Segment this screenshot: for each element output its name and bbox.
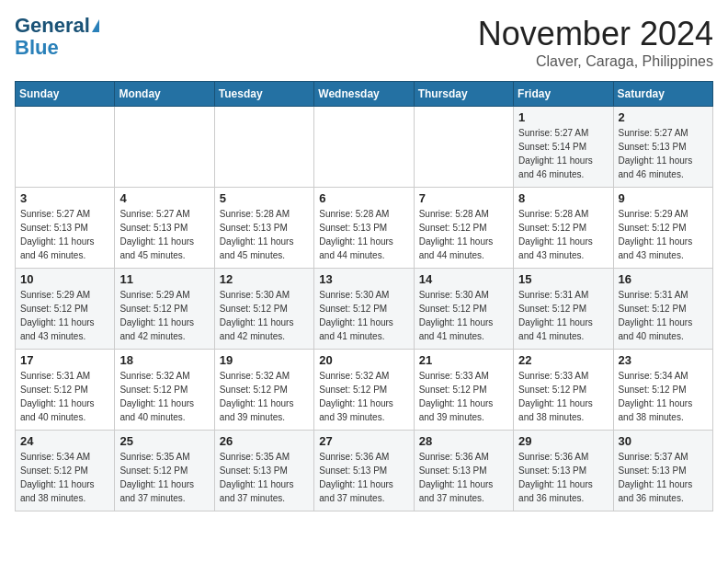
calendar-cell: 11Sunrise: 5:29 AM Sunset: 5:12 PM Dayli… [115, 269, 214, 350]
day-info: Sunrise: 5:28 AM Sunset: 5:12 PM Dayligh… [518, 207, 608, 262]
calendar-cell: 21Sunrise: 5:33 AM Sunset: 5:12 PM Dayli… [414, 350, 513, 431]
day-number: 23 [619, 353, 708, 367]
calendar-cell: 14Sunrise: 5:30 AM Sunset: 5:12 PM Dayli… [414, 269, 513, 350]
day-info: Sunrise: 5:27 AM Sunset: 5:14 PM Dayligh… [518, 126, 608, 181]
day-number: 16 [619, 272, 708, 286]
calendar-cell: 5Sunrise: 5:28 AM Sunset: 5:13 PM Daylig… [214, 188, 313, 269]
header-sunday: Sunday [16, 82, 115, 107]
calendar-cell: 19Sunrise: 5:32 AM Sunset: 5:12 PM Dayli… [214, 350, 313, 431]
calendar-cell: 9Sunrise: 5:29 AM Sunset: 5:12 PM Daylig… [613, 188, 712, 269]
calendar-cell: 18Sunrise: 5:32 AM Sunset: 5:12 PM Dayli… [115, 350, 214, 431]
day-info: Sunrise: 5:32 AM Sunset: 5:12 PM Dayligh… [220, 369, 309, 424]
day-number: 30 [619, 434, 708, 448]
day-number: 22 [518, 353, 608, 367]
day-info: Sunrise: 5:35 AM Sunset: 5:12 PM Dayligh… [119, 450, 209, 505]
calendar-week-row: 10Sunrise: 5:29 AM Sunset: 5:12 PM Dayli… [16, 269, 713, 350]
calendar-cell: 8Sunrise: 5:28 AM Sunset: 5:12 PM Daylig… [514, 188, 613, 269]
day-info: Sunrise: 5:30 AM Sunset: 5:12 PM Dayligh… [419, 288, 508, 343]
calendar-week-row: 3Sunrise: 5:27 AM Sunset: 5:13 PM Daylig… [16, 188, 713, 269]
calendar-week-row: 17Sunrise: 5:31 AM Sunset: 5:12 PM Dayli… [16, 350, 713, 431]
calendar-cell: 2Sunrise: 5:27 AM Sunset: 5:13 PM Daylig… [613, 107, 712, 188]
day-number: 26 [220, 434, 309, 448]
calendar-cell: 15Sunrise: 5:31 AM Sunset: 5:12 PM Dayli… [514, 269, 613, 350]
day-info: Sunrise: 5:28 AM Sunset: 5:13 PM Dayligh… [319, 207, 408, 262]
day-number: 10 [20, 272, 109, 286]
calendar-cell: 26Sunrise: 5:35 AM Sunset: 5:13 PM Dayli… [214, 431, 313, 511]
calendar-cell: 23Sunrise: 5:34 AM Sunset: 5:12 PM Dayli… [613, 350, 712, 431]
day-info: Sunrise: 5:27 AM Sunset: 5:13 PM Dayligh… [619, 126, 708, 181]
day-number: 24 [20, 434, 109, 448]
calendar-cell: 28Sunrise: 5:36 AM Sunset: 5:13 PM Dayli… [414, 431, 513, 511]
day-info: Sunrise: 5:28 AM Sunset: 5:12 PM Dayligh… [419, 207, 508, 262]
location: Claver, Caraga, Philippines [478, 53, 713, 70]
calendar-cell: 10Sunrise: 5:29 AM Sunset: 5:12 PM Dayli… [16, 269, 115, 350]
day-info: Sunrise: 5:37 AM Sunset: 5:13 PM Dayligh… [619, 450, 708, 505]
calendar-cell: 20Sunrise: 5:32 AM Sunset: 5:12 PM Dayli… [314, 350, 414, 431]
day-number: 8 [518, 191, 608, 205]
day-number: 17 [20, 353, 109, 367]
day-number: 13 [319, 272, 408, 286]
calendar-cell: 6Sunrise: 5:28 AM Sunset: 5:13 PM Daylig… [314, 188, 414, 269]
calendar-cell: 25Sunrise: 5:35 AM Sunset: 5:12 PM Dayli… [115, 431, 214, 511]
calendar-cell: 22Sunrise: 5:33 AM Sunset: 5:12 PM Dayli… [514, 350, 613, 431]
day-number: 15 [518, 272, 608, 286]
day-info: Sunrise: 5:29 AM Sunset: 5:12 PM Dayligh… [619, 207, 708, 262]
calendar-cell: 7Sunrise: 5:28 AM Sunset: 5:12 PM Daylig… [414, 188, 513, 269]
calendar-cell: 16Sunrise: 5:31 AM Sunset: 5:12 PM Dayli… [613, 269, 712, 350]
calendar-table: SundayMondayTuesdayWednesdayThursdayFrid… [15, 81, 713, 511]
logo-general: General [15, 15, 90, 37]
calendar-cell [314, 107, 414, 188]
day-number: 20 [319, 353, 408, 367]
day-info: Sunrise: 5:35 AM Sunset: 5:13 PM Dayligh… [220, 450, 309, 505]
day-number: 3 [20, 191, 109, 205]
day-info: Sunrise: 5:31 AM Sunset: 5:12 PM Dayligh… [20, 369, 109, 424]
header-tuesday: Tuesday [214, 82, 313, 107]
day-info: Sunrise: 5:30 AM Sunset: 5:12 PM Dayligh… [220, 288, 309, 343]
logo-triangle-icon [92, 19, 99, 32]
calendar-cell: 17Sunrise: 5:31 AM Sunset: 5:12 PM Dayli… [16, 350, 115, 431]
header-monday: Monday [115, 82, 214, 107]
header-thursday: Thursday [414, 82, 513, 107]
calendar-cell: 30Sunrise: 5:37 AM Sunset: 5:13 PM Dayli… [613, 431, 712, 511]
month-title: November 2024 [478, 15, 713, 53]
day-number: 6 [319, 191, 408, 205]
logo: General Blue [15, 15, 99, 59]
day-number: 14 [419, 272, 508, 286]
calendar-cell: 12Sunrise: 5:30 AM Sunset: 5:12 PM Dayli… [214, 269, 313, 350]
day-info: Sunrise: 5:27 AM Sunset: 5:13 PM Dayligh… [20, 207, 109, 262]
day-info: Sunrise: 5:28 AM Sunset: 5:13 PM Dayligh… [220, 207, 309, 262]
calendar-cell: 1Sunrise: 5:27 AM Sunset: 5:14 PM Daylig… [514, 107, 613, 188]
day-number: 11 [119, 272, 209, 286]
day-number: 7 [419, 191, 508, 205]
day-number: 29 [518, 434, 608, 448]
header-saturday: Saturday [613, 82, 712, 107]
calendar-week-row: 1Sunrise: 5:27 AM Sunset: 5:14 PM Daylig… [16, 107, 713, 188]
page-header: General Blue November 2024 Claver, Carag… [15, 15, 713, 70]
day-number: 12 [220, 272, 309, 286]
day-info: Sunrise: 5:32 AM Sunset: 5:12 PM Dayligh… [319, 369, 408, 424]
calendar-cell: 24Sunrise: 5:34 AM Sunset: 5:12 PM Dayli… [16, 431, 115, 511]
day-info: Sunrise: 5:34 AM Sunset: 5:12 PM Dayligh… [20, 450, 109, 505]
title-area: November 2024 Claver, Caraga, Philippine… [478, 15, 713, 70]
header-wednesday: Wednesday [314, 82, 414, 107]
day-number: 1 [518, 110, 608, 124]
day-number: 5 [220, 191, 309, 205]
day-info: Sunrise: 5:31 AM Sunset: 5:12 PM Dayligh… [619, 288, 708, 343]
calendar-cell: 13Sunrise: 5:30 AM Sunset: 5:12 PM Dayli… [314, 269, 414, 350]
day-info: Sunrise: 5:34 AM Sunset: 5:12 PM Dayligh… [619, 369, 708, 424]
day-number: 25 [119, 434, 209, 448]
day-number: 18 [119, 353, 209, 367]
day-info: Sunrise: 5:27 AM Sunset: 5:13 PM Dayligh… [119, 207, 209, 262]
day-number: 9 [619, 191, 708, 205]
day-number: 4 [119, 191, 209, 205]
calendar-cell: 27Sunrise: 5:36 AM Sunset: 5:13 PM Dayli… [314, 431, 414, 511]
day-info: Sunrise: 5:32 AM Sunset: 5:12 PM Dayligh… [119, 369, 209, 424]
day-number: 19 [220, 353, 309, 367]
calendar-week-row: 24Sunrise: 5:34 AM Sunset: 5:12 PM Dayli… [16, 431, 713, 511]
calendar-cell [214, 107, 313, 188]
header-friday: Friday [514, 82, 613, 107]
logo-blue: Blue [15, 37, 99, 59]
day-info: Sunrise: 5:36 AM Sunset: 5:13 PM Dayligh… [319, 450, 408, 505]
day-info: Sunrise: 5:36 AM Sunset: 5:13 PM Dayligh… [419, 450, 508, 505]
day-number: 2 [619, 110, 708, 124]
